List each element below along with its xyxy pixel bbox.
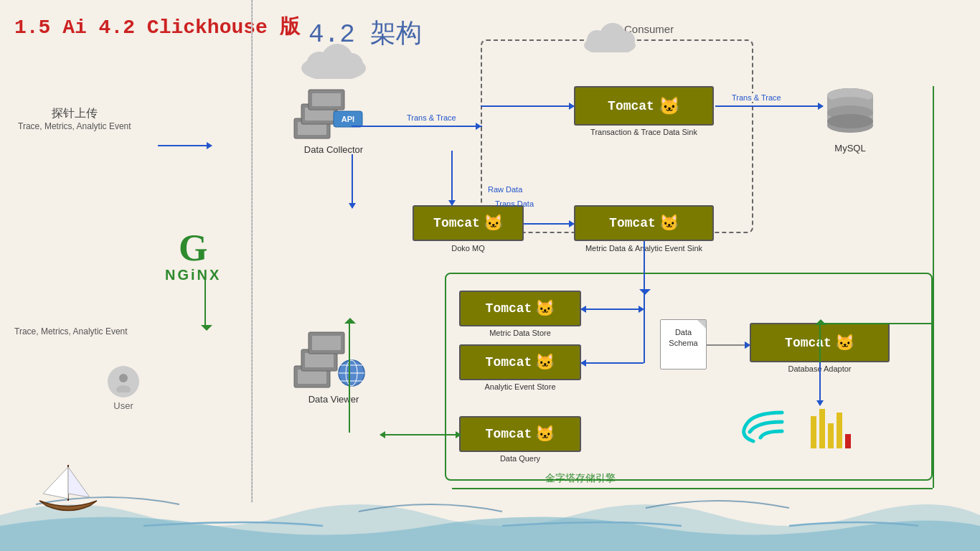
mysql-icon [825, 83, 875, 140]
tomcat-t1-cat-icon: 🐱 [659, 96, 680, 116]
bottom-trace-label: Trace, Metrics, Analytic Event [14, 326, 128, 336]
svg-text:API: API [341, 115, 354, 123]
arrow-t2-t3-head [639, 289, 651, 295]
arrow-v-to-tomcat1 [481, 126, 482, 127]
tomcat-t4-sublabel: Analytic Event Store [459, 382, 581, 391]
tomcat-t1-label: Tomcat [608, 99, 654, 113]
tomcat-t3-cat-icon: 🐱 [535, 299, 555, 318]
arrow-viewer-up [349, 321, 350, 433]
data-viewer-label: Data Viewer [291, 394, 377, 405]
tomcat-analytic-store: Tomcat 🐱 [459, 344, 581, 380]
arrow-v-t2-t4 [644, 241, 645, 363]
tomcat-t2-label: Tomcat [609, 216, 656, 230]
tomcat-metric-sink: Tomcat 🐱 [574, 205, 714, 241]
svg-point-17 [616, 31, 635, 50]
arrow-green-from-mysql [819, 323, 934, 324]
svg-point-0 [119, 374, 128, 382]
trans-data-label: Trans Data [495, 199, 534, 208]
data-collector-servers: API Data Collector [291, 75, 377, 155]
arrow-v-to-dokomq [451, 151, 453, 205]
data-viewer-stack-icon [291, 319, 377, 391]
trans-trace-arrow-label-2: Trans & Trace [732, 93, 781, 102]
data-viewer-servers: Data Viewer [291, 319, 377, 405]
arrow-schema-to-tomcat6 [707, 344, 750, 346]
arrow-probe-to-nginx [158, 145, 212, 146]
tomcat-doko-mq: Tomcat 🐱 [413, 205, 524, 241]
arrow-collector-to-consumer [352, 126, 481, 127]
probe-english-label: Trace, Metrics, Analytic Event [18, 121, 131, 131]
svg-rect-28 [305, 353, 334, 367]
arrow-h-to-t4 [581, 362, 644, 364]
mysql-component: MySQL [825, 83, 875, 154]
page-title: 1.5 Ai 4.2 Clickhouse 版 [14, 13, 300, 40]
data-schema-doc: DataSchema [660, 319, 707, 369]
arrow-collector-to-dokо [352, 154, 353, 208]
clickhouse-stream-icon [739, 402, 796, 451]
arrow-t5-to-viewer [380, 434, 461, 435]
mysql-label: MySQL [825, 143, 875, 154]
tomcat-t4-label: Tomcat [486, 355, 532, 369]
trans-trace-arrow-label-1: Trans & Trace [405, 113, 458, 122]
arrow-viewer-up-head [344, 318, 356, 324]
tomcat-t7-cat-icon: 🐱 [484, 214, 503, 232]
tomcat-t3-sublabel: Metric Data Store [459, 329, 581, 337]
cloud-collector-icon [298, 39, 369, 79]
cloud-consumer-icon [581, 20, 639, 52]
nginx-g-icon: G [165, 230, 221, 267]
raw-data-label: Raw Data [488, 185, 522, 194]
data-schema-label: DataSchema [661, 327, 706, 349]
svg-point-1 [116, 385, 131, 392]
arrow-dokо-to-tomcat2 [524, 223, 574, 225]
data-collector-label: Data Collector [291, 144, 377, 155]
user-figure: User [108, 366, 139, 411]
user-label: User [108, 400, 139, 411]
clickhouse-bars-icon [811, 405, 851, 448]
ah-left-t4 [577, 359, 586, 367]
doko-mq-label: Doko MQ [413, 244, 524, 253]
arrow-h-to-t3 [581, 309, 644, 310]
tomcat-t5-sublabel: Data Query [459, 454, 581, 463]
tomcat-t5-label: Tomcat [486, 427, 532, 441]
svg-rect-11 [312, 93, 341, 106]
tomcat-t5-cat-icon: 🐱 [535, 425, 555, 443]
wave-lines [0, 515, 980, 537]
svg-rect-30 [312, 336, 341, 350]
tomcat-t4-cat-icon: 🐱 [535, 353, 555, 372]
arrow-to-tomcat1 [481, 105, 574, 107]
tomcat-t1-sublabel: Transaction & Trace Data Sink [574, 128, 714, 136]
arrow-t6-to-ch [819, 362, 821, 405]
green-border-right [933, 86, 934, 488]
tomcat-t6-cat-icon: 🐱 [835, 334, 854, 352]
probe-label-area: 探针上传 Trace, Metrics, Analytic Event [18, 106, 131, 131]
svg-point-24 [827, 114, 873, 128]
svg-rect-26 [298, 369, 326, 384]
tomcat-t6-label: Tomcat [785, 336, 831, 350]
user-avatar [108, 366, 139, 397]
tomcat-t3-label: Tomcat [486, 301, 532, 316]
arrow-nginx-down [204, 280, 206, 326]
arrow-down-head [201, 325, 212, 331]
probe-chinese-label: 探针上传 [18, 106, 131, 121]
arrow-tomcat1-to-mysql [715, 105, 823, 107]
server-stack-icon: API [291, 75, 377, 140]
svg-point-5 [340, 53, 363, 76]
arrow-green-t6-up [819, 323, 821, 362]
tomcat-t7-label: Tomcat [433, 216, 480, 230]
tomcat-t2-cat-icon: 🐱 [659, 214, 679, 232]
tomcat-metric-store: Tomcat 🐱 [459, 291, 581, 326]
tomcat-trans-trace-sink: Tomcat 🐱 [574, 86, 714, 126]
sailboat-icon [32, 454, 104, 512]
user-icon [113, 371, 134, 392]
nginx-component: G NGiNX [165, 230, 221, 283]
nginx-label: NGiNX [165, 267, 221, 283]
ah-left-t3 [577, 306, 586, 313]
tomcat-data-query: Tomcat 🐱 [459, 416, 581, 452]
divider [251, 0, 253, 502]
